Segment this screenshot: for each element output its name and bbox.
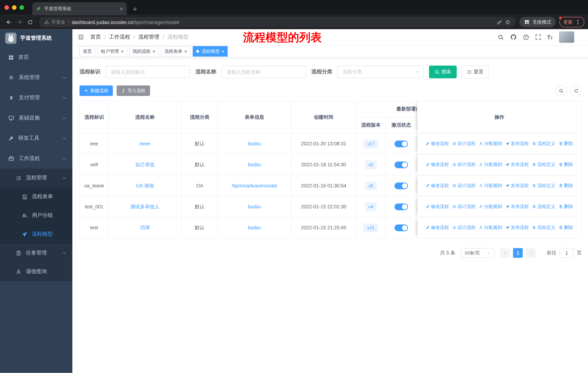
publish-process-link[interactable]: 发布流程 xyxy=(505,182,529,189)
import-process-button[interactable]: 导入流程 xyxy=(117,85,150,96)
assign-rule-link[interactable]: 分配规则 xyxy=(479,224,502,231)
breadcrumb-home[interactable]: 首页 xyxy=(90,34,101,40)
publish-process-link[interactable]: 发布流程 xyxy=(505,141,529,147)
form-info-link[interactable]: biubiu xyxy=(248,162,261,168)
process-definition-link[interactable]: 流程定义 xyxy=(532,161,555,168)
process-name-link[interactable]: eeee xyxy=(139,141,150,147)
sidebar-item-payment-management[interactable]: ¥ 支付管理 xyxy=(0,88,72,108)
tag-home[interactable]: 首页 xyxy=(79,46,95,57)
sidebar-item-task-management[interactable]: 任务管理 xyxy=(0,243,72,262)
process-name-link[interactable]: 自己审批 xyxy=(135,161,155,168)
show-search-button[interactable] xyxy=(555,85,567,96)
tag-process-form[interactable]: 流程表单× xyxy=(161,46,190,57)
process-definition-link[interactable]: 流程定义 xyxy=(532,141,555,147)
assign-rule-link[interactable]: 分配规则 xyxy=(479,161,502,168)
fullscreen-icon[interactable] xyxy=(535,34,541,40)
process-name-link[interactable]: OA 请假 xyxy=(136,182,154,189)
close-icon[interactable]: × xyxy=(121,49,124,54)
app-logo[interactable]: 芋道管理系统 xyxy=(0,29,72,47)
sidebar-item-home[interactable]: 首页 xyxy=(0,47,72,67)
form-info-link[interactable]: /bpm/oa/leave/create xyxy=(232,183,277,189)
delete-link[interactable]: 删除 xyxy=(559,182,573,189)
breadcrumb-workflow[interactable]: 工作流程 xyxy=(109,34,130,40)
browser-tab[interactable]: 芋道管理系统 × xyxy=(32,2,127,15)
delete-link[interactable]: 删除 xyxy=(559,141,573,147)
edit-process-link[interactable]: 修改流程 xyxy=(426,224,449,231)
prev-page-button[interactable] xyxy=(500,248,510,258)
active-toggle[interactable] xyxy=(394,203,408,210)
process-name-input[interactable] xyxy=(222,66,306,78)
sidebar-collapse-button[interactable] xyxy=(78,34,84,40)
active-toggle[interactable] xyxy=(394,140,408,147)
sidebar-item-dev-tools[interactable]: 研发工具 xyxy=(0,128,72,148)
active-toggle[interactable] xyxy=(394,161,408,168)
edit-process-link[interactable]: 修改流程 xyxy=(426,141,449,147)
password-key-icon[interactable] xyxy=(497,20,502,25)
sidebar-item-workflow[interactable]: 工作流程 xyxy=(0,148,72,169)
browser-menu-kebab-icon[interactable] xyxy=(575,20,580,25)
next-page-button[interactable] xyxy=(526,248,535,258)
close-icon[interactable]: × xyxy=(153,49,156,54)
sidebar-item-process-form[interactable]: 流程表单 xyxy=(0,187,72,206)
process-definition-link[interactable]: 流程定义 xyxy=(532,203,555,210)
edit-process-link[interactable]: 修改流程 xyxy=(426,161,449,168)
reset-button[interactable]: 重置 xyxy=(461,66,489,78)
window-close-button[interactable] xyxy=(5,5,9,10)
help-icon[interactable] xyxy=(523,34,529,40)
search-icon[interactable] xyxy=(498,34,504,40)
browser-update-button[interactable]: 更新 xyxy=(560,17,584,28)
github-icon[interactable] xyxy=(510,34,516,40)
active-toggle[interactable] xyxy=(394,224,408,231)
close-icon[interactable]: × xyxy=(221,49,224,54)
sidebar-item-infrastructure[interactable]: 基础设施 xyxy=(0,108,72,128)
design-process-link[interactable]: 设计流程 xyxy=(452,182,475,189)
process-definition-link[interactable]: 流程定义 xyxy=(532,224,555,231)
tag-tenant-management[interactable]: 租户管理× xyxy=(97,46,127,57)
forward-button[interactable] xyxy=(14,17,25,28)
current-page-button[interactable]: 1 xyxy=(513,248,523,258)
design-process-link[interactable]: 设计流程 xyxy=(452,203,475,210)
font-size-icon[interactable]: TT xyxy=(547,34,553,40)
delete-link[interactable]: 删除 xyxy=(559,203,573,210)
form-info-link[interactable]: biubiu xyxy=(248,225,261,230)
design-process-link[interactable]: 设计流程 xyxy=(452,161,475,168)
create-process-button[interactable]: 新建流程 xyxy=(79,85,113,96)
refresh-table-button[interactable] xyxy=(570,85,582,96)
page-size-select[interactable]: 10条/页 xyxy=(461,248,494,258)
process-definition-link[interactable]: 流程定义 xyxy=(532,182,555,189)
publish-process-link[interactable]: 发布流程 xyxy=(505,224,529,231)
form-info-link[interactable]: biubiu xyxy=(248,204,261,210)
user-avatar[interactable] xyxy=(559,31,575,43)
goto-page-input[interactable] xyxy=(560,248,574,258)
sidebar-item-process-management[interactable]: 流程管理 xyxy=(0,169,72,187)
process-name-link[interactable]: 滔博 xyxy=(140,224,150,231)
assign-rule-link[interactable]: 分配规则 xyxy=(479,182,502,189)
search-button[interactable]: 搜索 xyxy=(429,66,457,78)
window-minimize-button[interactable] xyxy=(12,5,17,10)
close-icon[interactable]: × xyxy=(184,49,187,54)
category-select[interactable]: 流程分类 xyxy=(337,66,424,78)
assign-rule-link[interactable]: 分配规则 xyxy=(479,203,502,210)
tab-close-icon[interactable]: × xyxy=(120,6,123,11)
form-info-link[interactable]: biubiu xyxy=(248,141,261,147)
reload-button[interactable] xyxy=(25,17,35,28)
sidebar-item-system-management[interactable]: 系统管理 xyxy=(0,67,72,88)
design-process-link[interactable]: 设计流程 xyxy=(452,224,475,231)
design-process-link[interactable]: 设计流程 xyxy=(452,141,475,147)
edit-process-link[interactable]: 修改流程 xyxy=(426,182,449,189)
process-name-link[interactable]: 测试多审批人 xyxy=(130,203,159,210)
new-tab-button[interactable]: + xyxy=(133,5,137,13)
assign-rule-link[interactable]: 分配规则 xyxy=(479,141,502,147)
window-zoom-button[interactable] xyxy=(20,5,24,10)
tag-my-process[interactable]: 我的流程× xyxy=(129,46,159,57)
sidebar-item-user-group[interactable]: 用户分组 xyxy=(0,206,72,225)
delete-link[interactable]: 删除 xyxy=(559,161,573,168)
delete-link[interactable]: 删除 xyxy=(559,224,573,231)
address-bar[interactable]: 不安全 dashboard.yudao.iocoder.cn/bpm/manag… xyxy=(39,17,516,28)
back-button[interactable] xyxy=(4,17,14,28)
process-key-input[interactable] xyxy=(106,66,190,78)
publish-process-link[interactable]: 发布流程 xyxy=(505,161,529,168)
active-toggle[interactable] xyxy=(394,182,408,189)
edit-process-link[interactable]: 修改流程 xyxy=(426,203,449,210)
tag-process-model[interactable]: 流程模型× xyxy=(193,46,228,57)
